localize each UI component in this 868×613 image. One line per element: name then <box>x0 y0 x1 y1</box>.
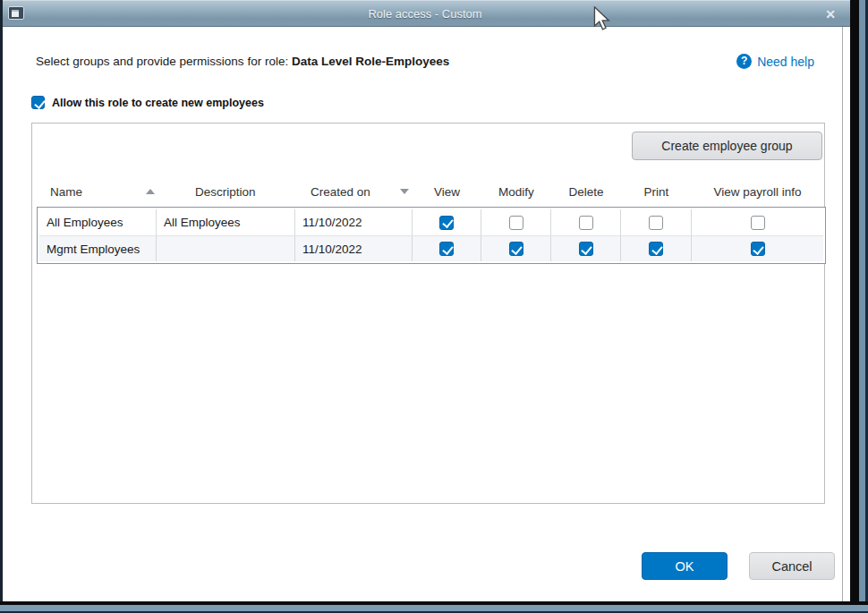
permission-checkbox-modify[interactable] <box>509 242 523 256</box>
permission-checkbox-view[interactable] <box>439 216 454 230</box>
cell-name: All Employees <box>39 209 157 235</box>
need-help-link[interactable]: ? Need help <box>736 54 814 69</box>
cell-view-payroll-info <box>692 236 823 261</box>
column-header-description[interactable]: Description <box>157 177 295 206</box>
permission-checkbox-view-payroll-info[interactable] <box>751 216 765 230</box>
column-header-view-payroll-info-label: View payroll info <box>713 185 801 199</box>
prompt-text: Select groups and provide permissions fo… <box>36 55 449 68</box>
create-employee-group-button[interactable]: Create employee group <box>632 132 822 160</box>
column-header-print[interactable]: Print <box>621 177 692 206</box>
cell-description <box>157 236 295 261</box>
cell-name: Mgmt Employees <box>39 236 157 261</box>
sort-asc-icon <box>146 189 155 194</box>
column-header-created-on[interactable]: Created on <box>295 177 413 206</box>
cell-view <box>413 209 481 235</box>
role-name: Data Level Role-Employees <box>292 55 449 68</box>
table-row[interactable]: All Employees All Employees 11/10/2022 <box>39 209 823 235</box>
permission-checkbox-view-payroll-info[interactable] <box>751 242 765 256</box>
permission-checkbox-delete[interactable] <box>579 216 593 230</box>
cell-print <box>621 236 692 261</box>
permission-checkbox-view[interactable] <box>439 242 454 256</box>
cell-created-on: 11/10/2022 <box>295 236 413 261</box>
need-help-label: Need help <box>757 55 814 69</box>
mouse-cursor <box>593 6 610 31</box>
cell-delete <box>551 236 621 261</box>
cell-modify <box>481 209 551 235</box>
cell-modify <box>481 236 551 261</box>
help-icon: ? <box>736 54 752 69</box>
column-header-name-label: Name <box>50 185 82 199</box>
column-header-delete[interactable]: Delete <box>551 177 621 206</box>
close-icon[interactable]: ✕ <box>821 5 839 23</box>
window-frame-right <box>850 0 868 613</box>
allow-create-row: Allow this role to create new employees <box>31 96 264 109</box>
window-frame-bottom <box>0 601 868 613</box>
titlebar[interactable]: Role access - Custom ✕ <box>0 0 850 27</box>
ok-button[interactable]: OK <box>642 552 728 580</box>
cell-print <box>621 209 692 235</box>
permissions-table: All Employees All Employees 11/10/2022 <box>37 207 826 264</box>
column-header-delete-label: Delete <box>568 185 603 199</box>
column-header-view-payroll-info[interactable]: View payroll info <box>692 177 823 206</box>
cancel-button[interactable]: Cancel <box>749 552 835 580</box>
column-header-view-label: View <box>434 185 460 199</box>
dialog-inner-edge <box>842 27 843 601</box>
prompt-label: Select groups and provide permissions fo… <box>36 55 288 68</box>
column-header-print-label: Print <box>644 185 669 199</box>
column-header-modify[interactable]: Modify <box>481 177 551 206</box>
window-title: Role access - Custom <box>0 7 850 21</box>
groups-panel: Create employee group Name Description C… <box>31 123 825 504</box>
column-header-view[interactable]: View <box>413 177 481 206</box>
cell-view-payroll-info <box>692 209 823 235</box>
role-access-dialog: Role access - Custom ✕ Select groups and… <box>0 0 868 613</box>
column-header-created-on-label: Created on <box>311 185 370 199</box>
cell-view <box>413 236 481 261</box>
sort-desc-icon <box>400 189 409 194</box>
permission-checkbox-print[interactable] <box>649 216 663 230</box>
table-row[interactable]: Mgmt Employees 11/10/2022 <box>39 235 823 261</box>
column-header-modify-label: Modify <box>498 185 534 199</box>
permission-checkbox-delete[interactable] <box>579 242 593 256</box>
permission-checkbox-print[interactable] <box>649 242 663 256</box>
table-header: Name Description Created on View Modify <box>37 177 826 206</box>
cell-delete <box>551 209 621 235</box>
column-header-name[interactable]: Name <box>39 177 157 206</box>
allow-create-label: Allow this role to create new employees <box>52 97 264 109</box>
cell-description: All Employees <box>157 209 295 235</box>
window-frame-left <box>0 0 3 601</box>
permission-checkbox-modify[interactable] <box>509 216 523 230</box>
column-header-description-label: Description <box>195 185 256 199</box>
allow-create-checkbox[interactable] <box>31 96 45 109</box>
cell-created-on: 11/10/2022 <box>295 209 413 235</box>
dialog-body: Role access - Custom ✕ Select groups and… <box>0 0 850 601</box>
